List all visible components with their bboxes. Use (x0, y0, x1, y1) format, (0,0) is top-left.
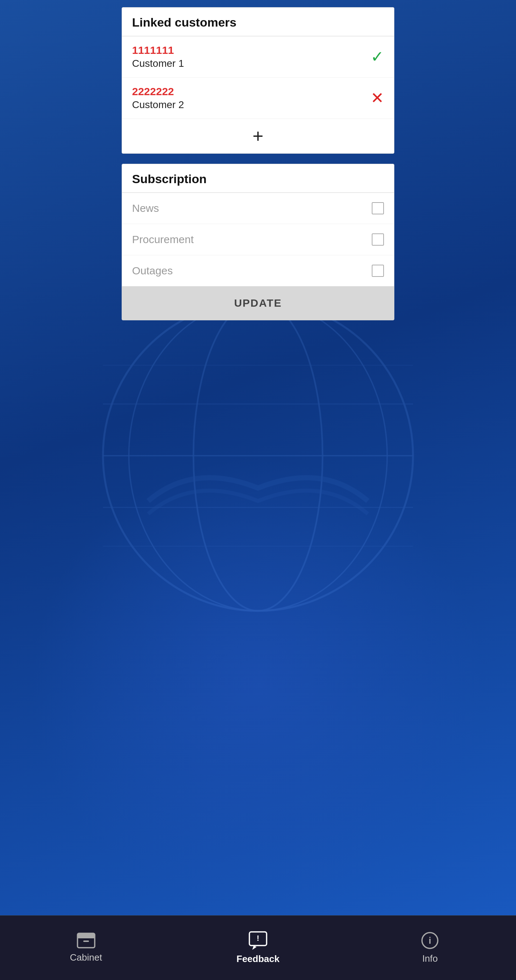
linked-customers-card: Linked customers 1111111 Customer 1 ✓ 22… (122, 7, 394, 154)
cabinet-icon (77, 932, 95, 948)
svg-rect-9 (78, 933, 95, 939)
nav-label-feedback: Feedback (237, 953, 279, 964)
customer-row-2: 2222222 Customer 2 ✕ (122, 78, 394, 119)
nav-item-info[interactable]: i Info (344, 932, 516, 964)
svg-text:!: ! (257, 934, 259, 943)
bottom-nav: Cabinet ! Feedback i Info (0, 915, 516, 980)
subscription-row-news: News (122, 193, 394, 224)
nav-label-cabinet: Cabinet (70, 952, 102, 963)
subscription-row-outages: Outages (122, 255, 394, 286)
customer-name-1: Customer 1 (132, 58, 184, 69)
subscription-label-outages: Outages (132, 265, 173, 277)
customer-cross-icon-2[interactable]: ✕ (371, 90, 384, 106)
subscription-checkbox-procurement[interactable] (372, 234, 384, 246)
subscription-row-procurement: Procurement (122, 224, 394, 255)
customer-id-1: 1111111 (132, 44, 184, 56)
feedback-icon: ! (249, 931, 267, 950)
subscription-checkbox-news[interactable] (372, 202, 384, 215)
customer-info-2: 2222222 Customer 2 (132, 86, 184, 111)
subscription-label-news: News (132, 202, 159, 215)
customer-id-2: 2222222 (132, 86, 184, 98)
subscription-checkbox-outages[interactable] (372, 265, 384, 277)
subscription-label-procurement: Procurement (132, 234, 194, 246)
svg-marker-13 (252, 945, 257, 950)
nav-label-info: Info (422, 953, 438, 964)
add-customer-button[interactable]: + (252, 127, 264, 145)
nav-item-feedback[interactable]: ! Feedback (172, 931, 344, 964)
customer-name-2: Customer 2 (132, 99, 184, 111)
info-icon: i (421, 932, 439, 950)
customer-check-icon-1[interactable]: ✓ (371, 49, 384, 65)
linked-customers-title: Linked customers (122, 8, 394, 36)
nav-item-cabinet[interactable]: Cabinet (0, 932, 172, 963)
svg-text:i: i (429, 935, 431, 946)
subscription-card: Subscription News Procurement Outages UP… (122, 164, 394, 320)
update-button[interactable]: UPDATE (122, 286, 394, 320)
add-customer-row: + (122, 119, 394, 153)
svg-rect-10 (83, 940, 89, 942)
customer-row-1: 1111111 Customer 1 ✓ (122, 36, 394, 78)
customer-info-1: 1111111 Customer 1 (132, 44, 184, 69)
subscription-title: Subscription (122, 164, 394, 193)
